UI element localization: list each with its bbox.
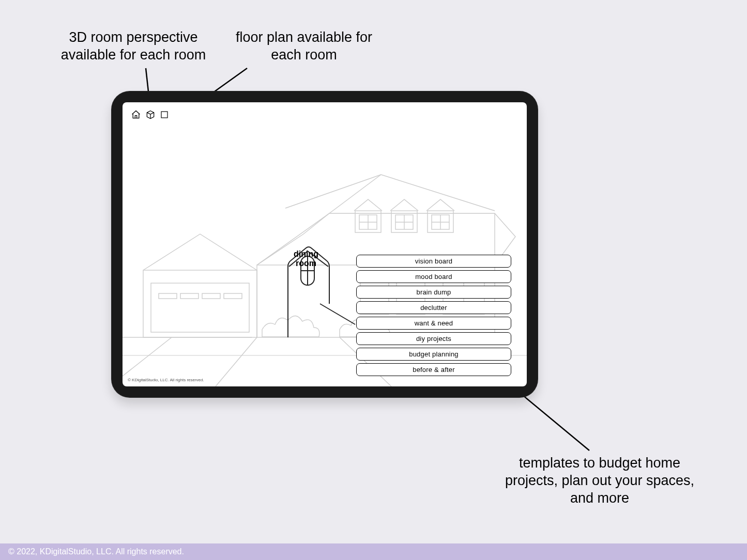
svg-rect-3	[161, 112, 167, 118]
tablet-screen: dining room vision board mood board brai…	[123, 102, 527, 386]
template-menu: vision board mood board brain dump declu…	[356, 255, 511, 376]
menu-item-want-need[interactable]: want & need	[356, 317, 511, 330]
callout-3d-perspective: 3D room perspective available for each r…	[45, 29, 221, 64]
svg-rect-5	[151, 283, 249, 332]
callout-templates: templates to budget home projects, plan …	[496, 455, 703, 507]
svg-rect-9	[224, 293, 242, 299]
room-label: dining room	[285, 250, 327, 269]
menu-item-vision-board[interactable]: vision board	[356, 255, 511, 268]
home-icon[interactable]	[131, 110, 141, 120]
room-label-line2: room	[285, 259, 327, 268]
svg-rect-8	[202, 293, 220, 299]
menu-item-mood-board[interactable]: mood board	[356, 270, 511, 283]
svg-line-30	[320, 304, 355, 324]
room-label-line1: dining	[285, 250, 327, 259]
floorplan-square-icon[interactable]	[160, 110, 169, 119]
cube-3d-icon[interactable]	[145, 110, 156, 120]
toolbar-icons	[131, 110, 169, 120]
menu-item-diy-projects[interactable]: diy projects	[356, 332, 511, 345]
menu-item-budget-planning[interactable]: budget planning	[356, 348, 511, 361]
menu-item-declutter[interactable]: declutter	[356, 301, 511, 314]
footer-bar: © 2022, KDigitalStudio, LLC. All rights …	[0, 543, 747, 560]
screen-copyright: © KDigitalStudio, LLC. All rights reserv…	[128, 378, 204, 382]
svg-rect-6	[159, 293, 177, 299]
tablet-device-frame: dining room vision board mood board brai…	[111, 91, 538, 398]
callout-floor-plan: floor plan available for each room	[226, 29, 382, 64]
menu-item-before-after[interactable]: before & after	[356, 363, 511, 376]
menu-item-brain-dump[interactable]: brain dump	[356, 286, 511, 299]
footer-copyright: © 2022, KDigitalStudio, LLC. All rights …	[8, 547, 184, 556]
svg-rect-4	[143, 270, 257, 337]
svg-rect-7	[180, 293, 199, 299]
